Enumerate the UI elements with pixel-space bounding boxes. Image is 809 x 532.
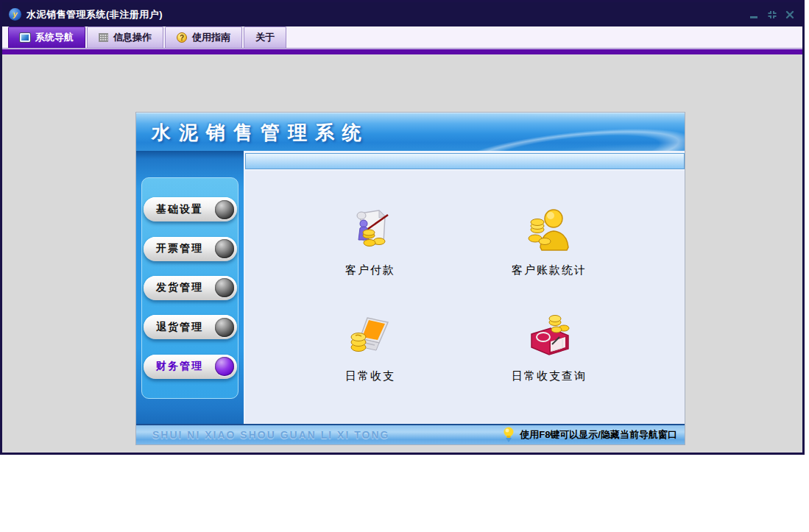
minimize-button[interactable] xyxy=(749,10,760,20)
tab-label: 信息操作 xyxy=(113,31,152,44)
launcher-item[interactable]: 日常收支查询 xyxy=(490,312,608,383)
panel-banner: 水泥销售管理系统 xyxy=(136,113,685,151)
menu-tab[interactable]: 系统导航 xyxy=(8,26,85,48)
sidebar-category-button[interactable]: 退货管理 xyxy=(144,315,237,339)
app-logo-icon: y xyxy=(9,8,21,21)
tab-label: 系统导航 xyxy=(35,31,74,44)
status-pinyin-text: SHUI NI XIAO SHOU GUAN LI XI TONG xyxy=(152,429,389,441)
category-sidebar: 基础设置 开票管理 发货管理 退货管理 财务管理 xyxy=(136,151,244,424)
category-indicator-sphere xyxy=(215,200,234,219)
launcher-item-label: 日常收支查询 xyxy=(490,369,608,383)
content-header-strip xyxy=(245,153,685,169)
category-label: 退货管理 xyxy=(144,321,215,334)
window-title: 水泥销售管理系统(非注册用户) xyxy=(27,8,163,21)
accent-divider xyxy=(2,49,802,54)
daily-expense-icon xyxy=(347,312,394,359)
tab-label: 关于 xyxy=(255,31,275,44)
category-sidebar-inner: 基础设置 开票管理 发货管理 退货管理 财务管理 xyxy=(141,177,239,399)
launcher-item-label: 客户账款统计 xyxy=(490,263,608,277)
category-indicator-sphere xyxy=(215,357,234,376)
app-window: y 水泥销售管理系统(非注册用户) 系统导航 信息操作 xyxy=(0,0,805,455)
menu-tab[interactable]: 信息操作 xyxy=(87,26,163,48)
content-region: 客户付款 客户账款统计 日常收支 日常收支查询 xyxy=(245,151,685,424)
status-hint-text: 使用F8键可以显示/隐藏当前导航窗口 xyxy=(520,428,677,441)
monitor-icon xyxy=(20,33,30,42)
help-icon xyxy=(177,32,187,43)
main-menu-tabbar: 系统导航 信息操作 使用指南 关于 xyxy=(2,26,802,49)
launcher-item-label: 客户付款 xyxy=(311,263,429,277)
navigation-panel: 水泥销售管理系统 基础设置 开票管理 发货管理 退货管理 财务管理 客户付款 客… xyxy=(136,113,685,444)
launcher-item[interactable]: 日常收支 xyxy=(311,312,429,383)
category-indicator-sphere xyxy=(215,239,234,258)
menu-tab[interactable]: 使用指南 xyxy=(165,26,242,48)
category-label: 发货管理 xyxy=(144,281,215,294)
menu-tab[interactable]: 关于 xyxy=(244,26,286,48)
panel-banner-title: 水泥销售管理系统 xyxy=(136,113,685,151)
launcher-item[interactable]: 客户账款统计 xyxy=(490,206,608,277)
customer-payment-icon xyxy=(347,206,394,253)
close-button[interactable] xyxy=(784,10,795,20)
sidebar-category-active[interactable]: 财务管理 xyxy=(144,355,237,379)
launcher-grid: 客户付款 客户账款统计 日常收支 日常收支查询 xyxy=(245,171,685,424)
customer-account-stats-icon xyxy=(526,206,573,253)
category-label: 基础设置 xyxy=(144,203,215,216)
category-label: 财务管理 xyxy=(144,360,215,373)
grid-icon xyxy=(99,33,108,42)
launcher-item[interactable]: 客户付款 xyxy=(311,206,429,277)
category-label: 开票管理 xyxy=(144,242,215,255)
daily-expense-query-icon xyxy=(526,312,573,359)
sidebar-category-button[interactable]: 基础设置 xyxy=(144,197,237,221)
panel-status-bar: SHUI NI XIAO SHOU GUAN LI XI TONG 使用F8键可… xyxy=(136,424,685,444)
sidebar-category-button[interactable]: 发货管理 xyxy=(144,276,237,300)
title-bar: y 水泥销售管理系统(非注册用户) xyxy=(2,2,802,26)
sidebar-category-button[interactable]: 开票管理 xyxy=(144,237,237,261)
restore-button[interactable] xyxy=(766,10,777,20)
tab-label: 使用指南 xyxy=(192,31,230,44)
category-indicator-sphere xyxy=(215,318,234,337)
launcher-item-label: 日常收支 xyxy=(311,369,429,383)
lightbulb-icon xyxy=(503,427,515,443)
window-controls xyxy=(749,10,795,20)
category-indicator-sphere xyxy=(215,278,234,297)
